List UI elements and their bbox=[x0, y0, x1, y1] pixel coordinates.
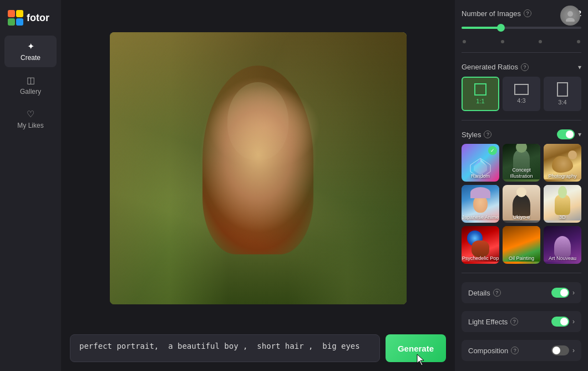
ratio-3-4[interactable]: 3:4 bbox=[544, 77, 581, 111]
style-item-random[interactable]: ✓ Random bbox=[462, 144, 499, 182]
slider-track bbox=[462, 27, 581, 29]
sidebar-item-gallery[interactable]: ◫ Gallery bbox=[4, 69, 57, 101]
svg-rect-3 bbox=[16, 18, 23, 26]
styles-chevron-icon: ▾ bbox=[578, 131, 581, 138]
light-effects-toggle[interactable] bbox=[551, 317, 569, 327]
composition-toggle-knob bbox=[552, 347, 560, 354]
composition-controls: › bbox=[551, 345, 575, 355]
gallery-icon: ◫ bbox=[27, 75, 35, 86]
divider-2 bbox=[462, 120, 581, 121]
create-icon: ✦ bbox=[27, 41, 34, 52]
style-label-concept: Concept Illustration bbox=[503, 167, 540, 179]
style-label-ukiyo: Ukiyo-e bbox=[503, 214, 540, 220]
sidebar-item-create-label: Create bbox=[21, 54, 40, 62]
generated-ratios-header[interactable]: Generated Ratios ? ▾ bbox=[462, 62, 581, 72]
generated-ratios-title: Generated Ratios ? bbox=[462, 63, 529, 71]
main-area: perfect portrait, a beautiful boy , shor… bbox=[61, 0, 455, 371]
details-info-icon[interactable]: ? bbox=[493, 289, 501, 297]
avatar-image bbox=[560, 6, 580, 26]
details-toggle[interactable] bbox=[551, 288, 569, 298]
slider-fill bbox=[462, 27, 501, 29]
sidebar-item-likes-label: My Likes bbox=[17, 122, 43, 129]
style-label-photography: Photography bbox=[544, 173, 581, 179]
style-label-random: Random bbox=[462, 173, 499, 179]
user-avatar-area[interactable] bbox=[560, 6, 580, 26]
style-label-psycho: Psychedelic Pop bbox=[462, 255, 499, 262]
composition-arrow-icon: › bbox=[572, 347, 575, 354]
styles-title: Styles ? bbox=[462, 131, 491, 139]
generate-button[interactable]: Generate bbox=[386, 334, 446, 362]
styles-toggle-area: ▾ bbox=[557, 129, 581, 139]
slider-dot-1 bbox=[463, 40, 466, 43]
divider-3 bbox=[462, 273, 581, 273]
ratios-info-icon[interactable]: ? bbox=[521, 63, 529, 71]
style-item-photography[interactable]: Photography bbox=[544, 144, 581, 182]
ratio-frame-4-3 bbox=[514, 84, 529, 95]
avatar[interactable] bbox=[560, 6, 580, 26]
style-label-oil: Oil Painting bbox=[503, 255, 540, 262]
composition-section: Composition ? › bbox=[462, 340, 581, 361]
styles-toggle-switch[interactable] bbox=[557, 129, 575, 139]
light-effects-info-icon[interactable]: ? bbox=[510, 318, 518, 325]
style-label-anime: Japanese Anime bbox=[462, 214, 499, 220]
style-item-anime[interactable]: Japanese Anime bbox=[462, 185, 499, 223]
style-label-nouveau: Art Nouveau bbox=[544, 255, 581, 262]
sidebar: fotor ✦ Create ◫ Gallery ♡ My Likes bbox=[0, 0, 61, 371]
user-icon bbox=[564, 9, 576, 22]
style-label-3d: 3D bbox=[544, 214, 581, 220]
prompt-input[interactable]: perfect portrait, a beautiful boy , shor… bbox=[70, 334, 380, 362]
svg-rect-1 bbox=[16, 10, 23, 17]
details-controls: › bbox=[551, 288, 575, 298]
sidebar-item-create[interactable]: ✦ Create bbox=[4, 36, 57, 67]
number-of-images-info-icon[interactable]: ? bbox=[524, 9, 531, 17]
ratio-1-1[interactable]: 1:1 bbox=[462, 77, 499, 111]
app-logo: fotor bbox=[0, 6, 61, 34]
light-effects-toggle-knob bbox=[560, 318, 568, 325]
style-item-oil[interactable]: Oil Painting bbox=[503, 226, 540, 264]
details-arrow-icon: › bbox=[572, 289, 575, 297]
number-of-images-title: Number of Images ? bbox=[462, 9, 531, 18]
style-item-3d[interactable]: 3D bbox=[544, 185, 581, 223]
style-check-random: ✓ bbox=[488, 146, 497, 155]
ratio-frame-3-4 bbox=[557, 82, 568, 97]
image-overlay bbox=[110, 32, 407, 304]
prompt-bar: perfect portrait, a beautiful boy , shor… bbox=[70, 334, 446, 362]
slider-dots bbox=[462, 40, 581, 43]
details-title: Details ? bbox=[468, 289, 501, 297]
composition-toggle[interactable] bbox=[551, 345, 569, 355]
light-effects-title: Light Effects ? bbox=[468, 318, 518, 326]
style-item-ukiyo[interactable]: Ukiyo-e bbox=[503, 185, 540, 223]
slider-dot-2 bbox=[501, 40, 504, 43]
light-effects-section: Light Effects ? › bbox=[462, 311, 581, 332]
svg-rect-2 bbox=[8, 18, 15, 26]
composition-title: Composition ? bbox=[468, 347, 519, 355]
sidebar-item-my-likes[interactable]: ♡ My Likes bbox=[4, 103, 57, 135]
app-name: fotor bbox=[27, 12, 49, 24]
styles-grid: ✓ Random Concept Illustration bbox=[462, 144, 581, 264]
light-effects-arrow-icon: › bbox=[572, 318, 575, 325]
ratio-4-3[interactable]: 4:3 bbox=[503, 77, 540, 111]
light-effects-controls: › bbox=[551, 317, 575, 327]
ratio-label-4-3: 4:3 bbox=[517, 97, 525, 104]
sidebar-item-gallery-label: Gallery bbox=[20, 88, 41, 96]
composition-info-icon[interactable]: ? bbox=[511, 347, 519, 354]
ratio-frame-1-1 bbox=[474, 83, 486, 96]
style-item-psycho[interactable]: Psychedelic Pop bbox=[462, 226, 499, 264]
style-item-concept[interactable]: Concept Illustration bbox=[503, 144, 540, 182]
generated-image bbox=[110, 32, 407, 304]
slider-dot-4 bbox=[577, 40, 580, 43]
heart-icon: ♡ bbox=[27, 109, 34, 119]
ratio-grid: 1:1 4:3 3:4 bbox=[462, 77, 581, 111]
image-container bbox=[70, 9, 446, 328]
svg-rect-0 bbox=[8, 10, 15, 17]
divider-1 bbox=[462, 52, 581, 53]
details-section: Details ? › bbox=[462, 282, 581, 303]
styles-section: Styles ? ▾ bbox=[462, 129, 581, 264]
ratio-label-3-4: 3:4 bbox=[558, 99, 566, 106]
style-item-nouveau[interactable]: Art Nouveau bbox=[544, 226, 581, 264]
svg-point-9 bbox=[566, 18, 575, 22]
ratios-chevron-icon: ▾ bbox=[578, 63, 581, 71]
slider-thumb[interactable] bbox=[497, 24, 505, 32]
styles-info-icon[interactable]: ? bbox=[484, 131, 491, 138]
right-panel: Number of Images ? 2 Generated Ratios ? bbox=[455, 0, 588, 371]
